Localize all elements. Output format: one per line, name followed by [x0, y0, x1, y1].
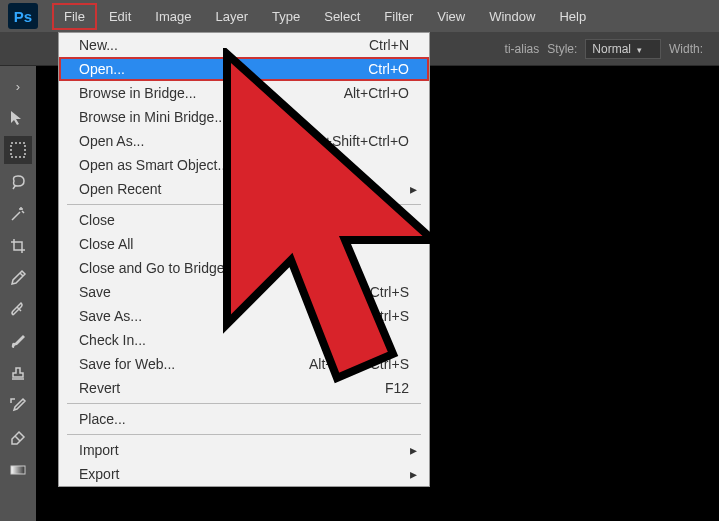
menu-item-save[interactable]: SaveCtrl+S	[59, 280, 429, 304]
menu-item-shortcut: Ctrl+S	[370, 284, 409, 300]
crop-tool-icon[interactable]	[4, 232, 32, 260]
menu-item-shortcut: Alt+Shift+Ctrl+O	[307, 133, 409, 149]
menu-item-open-as[interactable]: Open As...Alt+Shift+Ctrl+O	[59, 129, 429, 153]
menu-item-label: Save	[79, 284, 111, 300]
menu-item-label: Browse in Bridge...	[79, 85, 197, 101]
lasso-tool-icon[interactable]	[4, 168, 32, 196]
style-select[interactable]: Normal	[585, 39, 661, 59]
svg-rect-1	[11, 466, 25, 474]
menu-separator	[67, 403, 421, 404]
marquee-tool-icon[interactable]	[4, 136, 32, 164]
menu-item-browse-in-bridge[interactable]: Browse in Bridge...Alt+Ctrl+O	[59, 81, 429, 105]
collapse-panel-icon[interactable]: ›	[4, 72, 32, 100]
menu-item-shortcut: Alt+Shift+Ctrl+S	[309, 356, 409, 372]
eraser-tool-icon[interactable]	[4, 424, 32, 452]
menu-item-label: Open Recent	[79, 181, 162, 197]
menu-item-shortcut: Alt+Ctrl+O	[344, 85, 409, 101]
menu-item-open-recent[interactable]: Open Recent▸	[59, 177, 429, 201]
gradient-tool-icon[interactable]	[4, 456, 32, 484]
menu-view[interactable]: View	[425, 3, 477, 30]
wand-tool-icon[interactable]	[4, 200, 32, 228]
menu-item-shortcut: Ctrl+N	[369, 37, 409, 53]
style-label: Style:	[547, 42, 577, 56]
menu-item-label: Place...	[79, 411, 126, 427]
menu-filter[interactable]: Filter	[372, 3, 425, 30]
healing-brush-tool-icon[interactable]	[4, 296, 32, 324]
history-brush-tool-icon[interactable]	[4, 392, 32, 420]
menu-image[interactable]: Image	[143, 3, 203, 30]
move-tool-icon[interactable]	[4, 104, 32, 132]
menu-item-revert[interactable]: RevertF12	[59, 376, 429, 400]
file-menu-dropdown: New...Ctrl+NOpen...Ctrl+OBrowse in Bridg…	[58, 32, 430, 487]
menu-item-label: Export	[79, 466, 119, 482]
menu-edit[interactable]: Edit	[97, 3, 143, 30]
menubar: Ps File Edit Image Layer Type Select Fil…	[0, 0, 719, 32]
menu-item-browse-in-mini-bridge[interactable]: Browse in Mini Bridge...	[59, 105, 429, 129]
menu-item-label: Browse in Mini Bridge...	[79, 109, 226, 125]
menu-separator	[67, 434, 421, 435]
antialias-label: ti-alias	[505, 42, 540, 56]
menu-item-save-as[interactable]: Save As...Shift+Ctrl+S	[59, 304, 429, 328]
menu-item-close[interactable]: Close	[59, 208, 429, 232]
menu-item-label: Save As...	[79, 308, 142, 324]
menu-layer[interactable]: Layer	[204, 3, 261, 30]
menu-select[interactable]: Select	[312, 3, 372, 30]
menu-window[interactable]: Window	[477, 3, 547, 30]
menu-item-label: Revert	[79, 380, 120, 396]
menu-item-label: Open as Smart Object...	[79, 157, 229, 173]
menu-item-label: Check In...	[79, 332, 146, 348]
menu-item-shortcut: F12	[385, 380, 409, 396]
menu-item-export[interactable]: Export▸	[59, 462, 429, 486]
brush-tool-icon[interactable]	[4, 328, 32, 356]
menu-item-save-for-web[interactable]: Save for Web...Alt+Shift+Ctrl+S	[59, 352, 429, 376]
menu-item-check-in[interactable]: Check In...	[59, 328, 429, 352]
menu-item-label: Save for Web...	[79, 356, 175, 372]
menu-item-label: Open...	[79, 61, 125, 77]
menu-item-new[interactable]: New...Ctrl+N	[59, 33, 429, 57]
menu-item-place[interactable]: Place...	[59, 407, 429, 431]
menu-item-close-all[interactable]: Close All	[59, 232, 429, 256]
menu-item-open-as-smart-object[interactable]: Open as Smart Object...	[59, 153, 429, 177]
menu-type[interactable]: Type	[260, 3, 312, 30]
menu-item-label: Close All	[79, 236, 133, 252]
menu-file[interactable]: File	[52, 3, 97, 30]
menu-item-shortcut: Ctrl+O	[368, 61, 409, 77]
stamp-tool-icon[interactable]	[4, 360, 32, 388]
menu-help[interactable]: Help	[547, 3, 598, 30]
menu-item-open[interactable]: Open...Ctrl+O	[59, 57, 429, 81]
tool-panel: ›	[0, 66, 36, 521]
menu-item-shortcut: Shift+Ctrl+S	[334, 308, 409, 324]
submenu-arrow-icon: ▸	[410, 181, 417, 197]
width-label: Width:	[669, 42, 703, 56]
photoshop-logo-icon: Ps	[8, 3, 38, 29]
menu-item-label: New...	[79, 37, 118, 53]
menu-item-import[interactable]: Import▸	[59, 438, 429, 462]
menu-separator	[67, 204, 421, 205]
menu-item-close-and-go-to-bridge[interactable]: Close and Go to Bridge...	[59, 256, 429, 280]
menu-item-label: Open As...	[79, 133, 144, 149]
submenu-arrow-icon: ▸	[410, 442, 417, 458]
submenu-arrow-icon: ▸	[410, 466, 417, 482]
menu-item-label: Close	[79, 212, 115, 228]
menu-item-label: Close and Go to Bridge...	[79, 260, 236, 276]
svg-rect-0	[11, 143, 25, 157]
menu-item-label: Import	[79, 442, 119, 458]
eyedropper-tool-icon[interactable]	[4, 264, 32, 292]
